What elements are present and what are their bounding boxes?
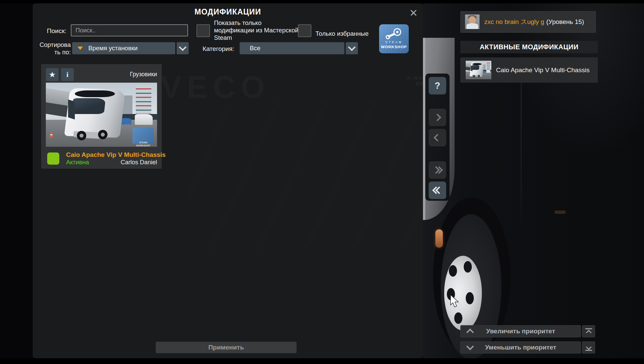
truck-wheel-hub bbox=[444, 256, 482, 331]
active-mods-header: АКТИВНЫЕ МОДИФИКАЦИИ bbox=[460, 41, 598, 53]
workshop-only-checkbox[interactable] bbox=[196, 24, 210, 37]
search-input[interactable] bbox=[71, 24, 188, 36]
chevron-down-icon bbox=[461, 344, 480, 351]
help-button[interactable]: ? bbox=[429, 77, 446, 94]
workshop-only-label: Показать только модификации из Мастерско… bbox=[214, 19, 299, 41]
steam-badge-line1: STEAM bbox=[379, 40, 409, 44]
apply-button[interactable]: Применить bbox=[156, 342, 297, 353]
transfer-button-column: ? bbox=[425, 74, 450, 201]
move-all-left-button[interactable] bbox=[429, 181, 446, 199]
favorite-button[interactable]: ★ bbox=[46, 68, 59, 81]
profile-level: (Уровень 15) bbox=[546, 18, 584, 26]
chevron-right-icon bbox=[434, 114, 441, 121]
mod-author: Carlos Daniel bbox=[121, 159, 157, 166]
truck-side-marker-light bbox=[435, 229, 443, 248]
profile-bar: zxc no brain スugly g (Уровень 15) bbox=[460, 11, 596, 33]
sort-dropdown-value: Время установки bbox=[88, 45, 137, 52]
workshop-corner-badge: STEAMWORKSHOP bbox=[132, 128, 154, 144]
chevron-down-icon bbox=[348, 44, 356, 51]
chevron-left-icon bbox=[434, 134, 441, 142]
move-to-top-button[interactable] bbox=[582, 325, 595, 337]
chevron-down-icon bbox=[179, 44, 187, 51]
info-icon: i bbox=[66, 70, 68, 79]
triangle-down-icon bbox=[78, 47, 83, 50]
search-label: Поиск: bbox=[33, 27, 66, 35]
steam-workshop-badge: STEAM WORKSHOP bbox=[379, 24, 409, 53]
move-left-button[interactable] bbox=[429, 129, 446, 146]
steam-logo-icon bbox=[385, 27, 403, 40]
faint-iveco-lettering: VECO bbox=[161, 69, 270, 105]
star-icon: ★ bbox=[49, 70, 56, 79]
move-to-bottom-button[interactable] bbox=[582, 341, 595, 354]
active-mod-title: Caio Apache Vip V Multi-Chassis bbox=[496, 57, 589, 83]
mod-manager-screen: VECO S-WAY 580 МОДИФИКАЦИИ ✕ Поиск: Пока… bbox=[0, 0, 644, 364]
profile-name: zxc no brain スugly g (Уровень 15) bbox=[484, 11, 584, 32]
mod-preview-image: STEAMWORKSHOP bbox=[46, 83, 157, 147]
mod-status-badge: Активна bbox=[66, 159, 89, 166]
move-right-button[interactable] bbox=[429, 109, 446, 126]
active-mod-thumbnail bbox=[466, 61, 491, 79]
decrease-priority-button[interactable]: Уменьшить приоритет bbox=[460, 341, 581, 354]
modifications-dialog: VECO S-WAY 580 МОДИФИКАЦИИ ✕ Поиск: Пока… bbox=[33, 3, 423, 358]
faint-sway-badge: S-WAY 580 bbox=[396, 75, 426, 86]
profile-username: zxc no brain スugly g bbox=[484, 18, 544, 26]
faint-grille-streaks bbox=[188, 101, 424, 250]
mod-card[interactable]: ★ i Грузовики STEAMWORKSHOP Caio Apache … bbox=[41, 64, 162, 169]
bottom-black-bar bbox=[0, 358, 644, 364]
category-label: Категория: bbox=[201, 45, 234, 53]
active-indicator-square[interactable] bbox=[47, 152, 59, 165]
category-dropdown-value: Все bbox=[250, 45, 260, 52]
increase-priority-button[interactable]: Увеличить приоритет bbox=[460, 325, 581, 337]
mod-title: Caio Apache Vip V Multi-Chassis bbox=[66, 151, 166, 159]
to-top-icon bbox=[585, 328, 592, 329]
info-button[interactable]: i bbox=[61, 68, 74, 81]
mod-category-label: Грузовики bbox=[130, 71, 157, 78]
move-all-right-button[interactable] bbox=[429, 161, 446, 179]
favorites-only-checkbox[interactable] bbox=[298, 24, 311, 37]
category-dropdown-chevron-button[interactable] bbox=[346, 42, 358, 54]
top-black-bar bbox=[0, 0, 644, 3]
sort-dropdown[interactable]: Время установки bbox=[72, 42, 175, 54]
category-dropdown[interactable]: Все bbox=[240, 42, 344, 54]
close-icon[interactable]: ✕ bbox=[406, 5, 421, 20]
mouse-cursor bbox=[450, 294, 460, 309]
sort-by-label: Сортирова ть по: bbox=[35, 41, 71, 56]
sort-dropdown-chevron-button[interactable] bbox=[177, 42, 189, 54]
page-title: МОДИФИКАЦИИ bbox=[33, 7, 423, 17]
truck-amber-reflection bbox=[554, 211, 566, 214]
favorites-only-label: Только избранные bbox=[315, 30, 369, 37]
question-icon: ? bbox=[435, 81, 440, 91]
avatar bbox=[465, 15, 480, 29]
steam-badge-line2: WORKSHOP bbox=[379, 45, 409, 49]
chevron-up-icon bbox=[461, 328, 480, 335]
active-mod-row[interactable]: Caio Apache Vip V Multi-Chassis bbox=[460, 57, 598, 83]
